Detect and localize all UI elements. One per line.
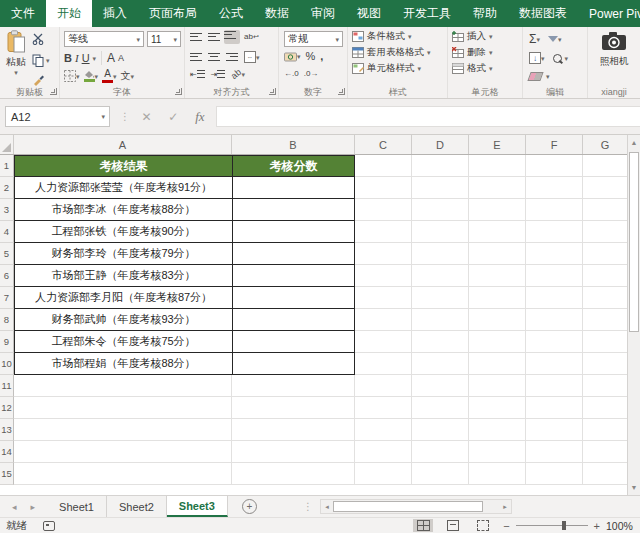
- empty-cells[interactable]: [355, 287, 627, 309]
- tab-data[interactable]: 数据: [254, 0, 300, 27]
- page-layout-view-button[interactable]: [443, 519, 463, 532]
- horizontal-scroll-thumb[interactable]: [333, 501, 483, 512]
- empty-cells[interactable]: [355, 309, 627, 331]
- empty-cells[interactable]: [355, 155, 627, 177]
- vertical-scrollbar[interactable]: ▲ ▼: [627, 135, 640, 495]
- tab-help[interactable]: 帮助: [462, 0, 508, 27]
- font-size-combobox[interactable]: 11 ▾: [147, 31, 181, 47]
- sheet-tab-sheet2[interactable]: Sheet2: [107, 496, 167, 517]
- decrease-decimal-icon[interactable]: .0→: [304, 69, 319, 78]
- cell-styles-button[interactable]: 单元格样式▾: [352, 62, 431, 75]
- find-select-button[interactable]: ▾: [553, 54, 569, 63]
- empty-cells[interactable]: [355, 177, 627, 199]
- empty-cells[interactable]: [355, 243, 627, 265]
- camera-button[interactable]: 照相机: [594, 31, 634, 68]
- name-box[interactable]: A12 ▾: [5, 106, 110, 127]
- cell-b7[interactable]: [232, 287, 355, 309]
- format-as-table-button[interactable]: 套用表格格式▾: [352, 46, 431, 59]
- wrap-text-button[interactable]: ab↩: [244, 33, 259, 41]
- sheet-nav-left-icon[interactable]: ◂: [12, 502, 17, 512]
- row-header[interactable]: 5: [0, 243, 14, 265]
- tab-page-layout[interactable]: 页面布局: [138, 0, 208, 27]
- bold-button[interactable]: B: [64, 53, 72, 64]
- borders-button[interactable]: ▾: [64, 70, 80, 82]
- clipboard-dialog-launcher-icon[interactable]: [50, 88, 57, 95]
- decrease-font-size-button[interactable]: A: [118, 54, 124, 63]
- zoom-out-button[interactable]: −: [503, 520, 509, 532]
- sheet-tab-sheet1[interactable]: Sheet1: [47, 496, 107, 517]
- underline-dropdown-icon[interactable]: ▾: [93, 55, 97, 62]
- cut-button[interactable]: [32, 31, 45, 49]
- column-header-c[interactable]: C: [355, 135, 412, 154]
- row-header[interactable]: 1: [0, 155, 14, 177]
- empty-cells[interactable]: [355, 265, 627, 287]
- tab-power-pivot[interactable]: Power Pivot: [578, 0, 640, 27]
- row-header[interactable]: 14: [0, 441, 14, 463]
- percent-style-button[interactable]: %: [306, 51, 316, 62]
- row-header[interactable]: 2: [0, 177, 14, 199]
- cell-a7[interactable]: 人力资源部李月阳（年度考核87分）: [14, 287, 232, 309]
- cell-b5[interactable]: [232, 243, 355, 265]
- delete-cells-button[interactable]: 删除▾: [452, 46, 493, 59]
- empty-cells[interactable]: [14, 419, 627, 441]
- cell-b2[interactable]: [232, 177, 355, 199]
- sheetbar-divider[interactable]: ⋮: [303, 496, 313, 517]
- merge-center-button[interactable]: ⇔ ▾: [244, 51, 260, 63]
- empty-cells[interactable]: [14, 375, 627, 397]
- tab-home[interactable]: 开始: [46, 0, 92, 27]
- italic-button[interactable]: I: [75, 53, 79, 64]
- scroll-down-icon[interactable]: ▼: [628, 480, 640, 495]
- tab-view[interactable]: 视图: [346, 0, 392, 27]
- row-header[interactable]: 7: [0, 287, 14, 309]
- cell-a4[interactable]: 工程部张铁（年度考核90分）: [14, 221, 232, 243]
- align-right-icon[interactable]: [226, 52, 238, 62]
- increase-decimal-icon[interactable]: ←.0: [284, 69, 299, 78]
- cell-a8[interactable]: 财务部武帅（年度考核93分）: [14, 309, 232, 331]
- comma-style-button[interactable]: ,: [320, 51, 323, 62]
- row-header[interactable]: 3: [0, 199, 14, 221]
- underline-button[interactable]: U: [82, 53, 90, 64]
- cell-b8[interactable]: [232, 309, 355, 331]
- tab-developer[interactable]: 开发工具: [392, 0, 462, 27]
- font-dialog-launcher-icon[interactable]: [175, 88, 182, 95]
- column-header-b[interactable]: B: [232, 135, 355, 154]
- tab-file[interactable]: 文件: [0, 0, 46, 27]
- cell-b1-header[interactable]: 考核分数: [232, 155, 355, 177]
- row-header[interactable]: 9: [0, 331, 14, 353]
- empty-cells[interactable]: [355, 353, 627, 375]
- column-header-f[interactable]: F: [526, 135, 583, 154]
- fill-button[interactable]: ↓ ▾: [529, 52, 545, 64]
- increase-indent-icon[interactable]: ⇥: [211, 69, 226, 79]
- copy-button[interactable]: ▾: [32, 54, 50, 67]
- align-top-icon[interactable]: [190, 32, 202, 42]
- cell-b9[interactable]: [232, 331, 355, 353]
- insert-function-button[interactable]: fx: [195, 109, 204, 125]
- column-header-a[interactable]: A: [14, 135, 232, 154]
- paste-button[interactable]: 粘贴 ▾: [3, 30, 29, 82]
- font-color-button[interactable]: A ▾: [102, 69, 117, 83]
- row-header[interactable]: 10: [0, 353, 14, 375]
- row-header[interactable]: 6: [0, 265, 14, 287]
- select-all-corner[interactable]: [0, 135, 14, 154]
- cell-b10[interactable]: [232, 353, 355, 375]
- clear-button[interactable]: ▾: [529, 72, 550, 81]
- tab-review[interactable]: 审阅: [300, 0, 346, 27]
- scroll-right-icon[interactable]: ▸: [499, 503, 511, 511]
- zoom-in-button[interactable]: +: [594, 520, 600, 532]
- empty-cells[interactable]: [14, 463, 627, 485]
- cell-a5[interactable]: 财务部李玲（年度考核79分）: [14, 243, 232, 265]
- zoom-percentage[interactable]: 100%: [606, 520, 640, 532]
- row-header[interactable]: 11: [0, 375, 14, 397]
- scroll-left-icon[interactable]: ◂: [321, 503, 333, 511]
- sheet-nav-right-icon[interactable]: ▸: [31, 502, 36, 512]
- alignment-dialog-launcher-icon[interactable]: [269, 88, 276, 95]
- column-header-d[interactable]: D: [412, 135, 469, 154]
- horizontal-scrollbar[interactable]: ◂ ▸: [320, 499, 512, 514]
- accounting-format-button[interactable]: ▾: [284, 52, 301, 62]
- cell-a6[interactable]: 市场部王静（年度考核83分）: [14, 265, 232, 287]
- number-format-combobox[interactable]: 常规 ▾: [284, 31, 343, 47]
- cell-a2[interactable]: 人力资源部张莹莹（年度考核91分）: [14, 177, 232, 199]
- cell-a9[interactable]: 工程部朱令（年度考核75分）: [14, 331, 232, 353]
- enter-button[interactable]: ✓: [168, 110, 178, 124]
- font-name-combobox[interactable]: 等线 ▾: [64, 31, 144, 47]
